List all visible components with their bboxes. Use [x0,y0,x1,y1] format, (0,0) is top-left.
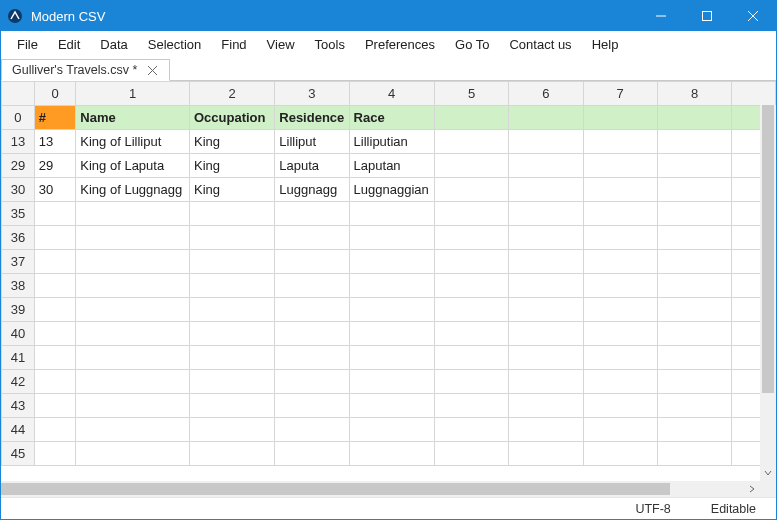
cell[interactable] [583,154,657,178]
cell[interactable]: King of Laputa [76,154,190,178]
cell[interactable] [34,370,76,394]
scroll-down-button[interactable] [760,465,776,481]
cell[interactable] [190,418,275,442]
cell[interactable] [657,442,731,466]
status-encoding[interactable]: UTF-8 [615,502,690,516]
cell[interactable] [190,298,275,322]
cell[interactable] [583,442,657,466]
cell[interactable]: Lilliputian [349,130,434,154]
col-header[interactable]: 5 [434,82,508,106]
cell[interactable] [583,418,657,442]
menu-file[interactable]: File [7,34,48,55]
cell[interactable] [657,418,731,442]
cell[interactable] [349,226,434,250]
menu-contact[interactable]: Contact us [499,34,581,55]
cell[interactable] [583,346,657,370]
cell[interactable] [190,394,275,418]
cell[interactable] [583,178,657,202]
cell[interactable]: Lilliput [275,130,349,154]
cell[interactable]: Name [76,106,190,130]
cell[interactable]: Laputan [349,154,434,178]
cell[interactable] [434,130,508,154]
cell[interactable] [76,322,190,346]
cell[interactable] [34,418,76,442]
cell[interactable] [434,298,508,322]
cell[interactable] [34,298,76,322]
cell[interactable] [509,178,583,202]
cell[interactable] [583,322,657,346]
cell[interactable] [275,370,349,394]
cell[interactable] [509,274,583,298]
menu-goto[interactable]: Go To [445,34,499,55]
corner-cell[interactable] [2,82,35,106]
menu-data[interactable]: Data [90,34,137,55]
cell[interactable] [583,202,657,226]
cell[interactable] [434,178,508,202]
vertical-scrollbar[interactable] [760,105,776,481]
cell[interactable] [349,418,434,442]
cell[interactable] [349,442,434,466]
cell[interactable] [349,274,434,298]
cell[interactable] [509,322,583,346]
cell[interactable] [583,394,657,418]
menu-tools[interactable]: Tools [305,34,355,55]
cell[interactable] [349,394,434,418]
cell[interactable]: King [190,178,275,202]
cell[interactable] [509,370,583,394]
cell[interactable] [275,322,349,346]
row-header[interactable]: 13 [2,130,35,154]
cell[interactable]: Residence [275,106,349,130]
cell[interactable] [34,202,76,226]
row-header[interactable]: 39 [2,298,35,322]
cell[interactable] [275,250,349,274]
hscroll-track[interactable] [1,481,744,497]
cell[interactable] [434,154,508,178]
vscroll-thumb[interactable] [762,105,774,393]
col-header[interactable]: 3 [275,82,349,106]
cell[interactable] [190,346,275,370]
cell[interactable] [434,322,508,346]
cell[interactable] [275,274,349,298]
close-button[interactable] [730,1,776,31]
cell[interactable] [509,418,583,442]
row-header[interactable]: 44 [2,418,35,442]
cell[interactable]: King [190,154,275,178]
cell[interactable] [275,418,349,442]
cell[interactable] [434,394,508,418]
col-header[interactable]: 6 [509,82,583,106]
menu-selection[interactable]: Selection [138,34,211,55]
menu-edit[interactable]: Edit [48,34,90,55]
horizontal-scrollbar[interactable] [1,481,760,497]
cell[interactable] [34,250,76,274]
col-header[interactable]: 0 [34,82,76,106]
cell[interactable] [434,418,508,442]
menu-view[interactable]: View [257,34,305,55]
cell[interactable] [349,202,434,226]
menu-preferences[interactable]: Preferences [355,34,445,55]
cell[interactable]: 13 [34,130,76,154]
cell[interactable] [190,370,275,394]
cell[interactable]: Occupation [190,106,275,130]
row-header[interactable]: 38 [2,274,35,298]
cell[interactable] [34,394,76,418]
cell[interactable]: King [190,130,275,154]
cell[interactable]: Luggnagg [275,178,349,202]
cell[interactable] [434,346,508,370]
maximize-button[interactable] [684,1,730,31]
cell[interactable] [349,250,434,274]
col-header[interactable]: 1 [76,82,190,106]
cell[interactable]: King of Luggnagg [76,178,190,202]
cell[interactable] [434,226,508,250]
row-header[interactable]: 29 [2,154,35,178]
col-header[interactable]: 7 [583,82,657,106]
file-tab[interactable]: Gulliver's Travels.csv * [1,59,170,81]
cell[interactable] [190,226,275,250]
cell[interactable] [349,370,434,394]
cell[interactable] [583,130,657,154]
cell[interactable] [34,346,76,370]
cell[interactable] [434,106,508,130]
cell[interactable] [434,274,508,298]
cell[interactable] [509,130,583,154]
cell[interactable] [657,106,731,130]
cell[interactable]: King of Lilliput [76,130,190,154]
